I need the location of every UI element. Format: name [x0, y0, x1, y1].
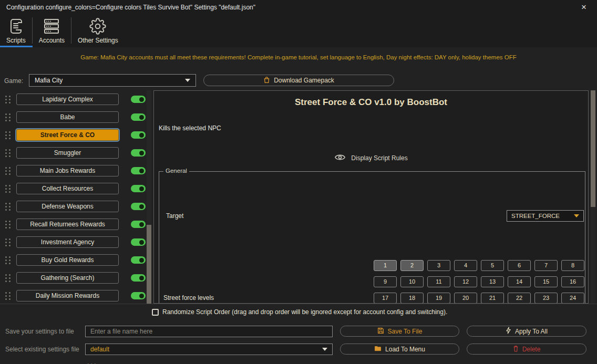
bag-icon	[263, 76, 270, 85]
level-button-1[interactable]: 1	[374, 260, 397, 271]
script-item-buy-gold-rewards[interactable]: Buy Gold Rewards	[16, 254, 119, 266]
script-enabled-toggle[interactable]	[131, 221, 146, 228]
target-select-value: STREET_FORCE	[511, 213, 560, 219]
script-enabled-toggle[interactable]	[131, 185, 146, 192]
tab-bar: Scripts Accounts Other Settings	[0, 15, 597, 47]
drag-handle-icon[interactable]	[4, 238, 11, 247]
script-description: Kills the selected NPC	[159, 124, 221, 132]
level-button-14[interactable]: 14	[508, 276, 531, 287]
level-button-12[interactable]: 12	[454, 276, 477, 287]
script-enabled-toggle[interactable]	[131, 113, 146, 121]
level-button-16[interactable]: 16	[561, 276, 584, 287]
script-row: Main Jobs Rewards	[0, 162, 152, 180]
drag-handle-icon[interactable]	[4, 113, 11, 122]
script-item-babe[interactable]: Babe	[16, 111, 119, 123]
target-select[interactable]: STREET_FORCE	[507, 210, 584, 222]
level-button-4[interactable]: 4	[454, 260, 477, 271]
level-button-22[interactable]: 22	[508, 293, 531, 304]
level-button-8[interactable]: 8	[561, 260, 584, 271]
script-enabled-toggle[interactable]	[131, 131, 146, 139]
chevron-down-icon	[574, 214, 579, 217]
level-button-13[interactable]: 13	[481, 276, 504, 287]
tab-scripts[interactable]: Scripts	[0, 15, 32, 47]
drag-handle-icon[interactable]	[4, 256, 11, 265]
script-row: Buy Gold Rewards	[0, 251, 152, 269]
sidebar-scrollbar[interactable]	[147, 90, 151, 304]
script-item-lapidary-complex[interactable]: Lapidary Complex	[16, 93, 119, 105]
script-enabled-toggle[interactable]	[131, 292, 146, 299]
game-select[interactable]: Mafia City	[29, 74, 196, 87]
tab-accounts-label: Accounts	[39, 37, 65, 44]
drag-handle-icon[interactable]	[4, 220, 11, 229]
file-name-input[interactable]	[85, 326, 333, 337]
save-to-file-button[interactable]: Save To File	[340, 326, 459, 337]
drag-handle-icon[interactable]	[4, 131, 11, 140]
script-item-street-force-co[interactable]: Street Force & CO	[16, 129, 119, 141]
delete-button[interactable]: Delete	[467, 344, 586, 355]
level-button-11[interactable]: 11	[427, 276, 450, 287]
script-item-main-jobs-rewards[interactable]: Main Jobs Rewards	[16, 165, 119, 176]
street-force-levels-label: Street force levels	[163, 294, 214, 301]
level-button-15[interactable]: 15	[534, 276, 558, 287]
drag-handle-icon[interactable]	[4, 202, 11, 211]
apply-to-all-button[interactable]: Apply To All	[467, 326, 586, 337]
sidebar-scrollbar-thumb[interactable]	[147, 225, 151, 304]
settings-file-select[interactable]: default	[85, 344, 333, 355]
levels-grid: 123456789101112131415161718192021222324	[374, 260, 584, 304]
download-gamepack-button[interactable]: Download Gamepack	[203, 75, 394, 86]
level-button-20[interactable]: 20	[454, 293, 477, 304]
script-title: Street Force & CO v1.0 by BoostBot	[154, 97, 588, 108]
script-settings-panel: Street Force & CO v1.0 by BoostBot Kills…	[153, 90, 589, 304]
script-enabled-toggle[interactable]	[131, 167, 146, 174]
level-button-18[interactable]: 18	[400, 293, 424, 304]
settings-file-value: default	[90, 346, 109, 353]
level-button-23[interactable]: 23	[534, 293, 558, 304]
level-button-7[interactable]: 7	[534, 260, 558, 271]
level-button-24[interactable]: 24	[561, 293, 584, 304]
randomize-checkbox[interactable]	[152, 309, 159, 316]
script-row: Babe	[0, 108, 152, 126]
drag-handle-icon[interactable]	[4, 292, 11, 300]
drag-handle-icon[interactable]	[4, 184, 11, 193]
level-button-5[interactable]: 5	[481, 260, 504, 271]
script-item-recall-returnees-rewards[interactable]: Recall Returnees Rewards	[16, 219, 119, 230]
script-enabled-toggle[interactable]	[131, 149, 146, 157]
level-button-3[interactable]: 3	[427, 260, 450, 271]
level-button-10[interactable]: 10	[400, 276, 424, 287]
level-button-6[interactable]: 6	[508, 260, 531, 271]
level-button-2[interactable]: 2	[400, 260, 424, 271]
display-script-rules-button[interactable]: Display Script Rules	[154, 153, 588, 163]
script-enabled-toggle[interactable]	[131, 96, 146, 103]
drag-handle-icon[interactable]	[4, 274, 11, 283]
level-button-19[interactable]: 19	[427, 293, 450, 304]
panel-scrollbar[interactable]	[591, 90, 595, 304]
level-button-21[interactable]: 21	[481, 293, 504, 304]
script-item-investment-agency[interactable]: Investment Agency	[16, 236, 119, 248]
script-enabled-toggle[interactable]	[131, 274, 146, 282]
drag-handle-icon[interactable]	[4, 149, 11, 158]
load-to-menu-button[interactable]: Load To Menu	[340, 344, 459, 355]
script-item-gathering-search[interactable]: Gathering (Search)	[16, 272, 119, 284]
script-item-collect-resources[interactable]: Collect Resources	[16, 183, 119, 194]
drag-handle-icon[interactable]	[4, 167, 11, 175]
lightning-icon	[506, 327, 511, 336]
script-enabled-toggle[interactable]	[131, 238, 146, 246]
accounts-icon	[42, 17, 61, 36]
tab-other-settings[interactable]: Other Settings	[71, 15, 125, 47]
folder-icon	[374, 345, 382, 353]
script-item-daily-mission-rewards[interactable]: Daily Mission Rewards	[16, 290, 119, 301]
script-enabled-toggle[interactable]	[131, 256, 146, 264]
drag-handle-icon[interactable]	[4, 95, 11, 104]
script-item-smuggler[interactable]: Smuggler	[16, 147, 119, 159]
script-row: Smuggler	[0, 144, 152, 162]
close-icon[interactable]: ×	[578, 2, 590, 13]
load-to-menu-label: Load To Menu	[385, 346, 425, 353]
script-row: Gathering (Search)	[0, 269, 152, 287]
script-item-defense-weapons[interactable]: Defense Weapons	[16, 201, 119, 212]
level-button-17[interactable]: 17	[374, 293, 397, 304]
panel-scrollbar-thumb[interactable]	[591, 90, 595, 207]
level-button-9[interactable]: 9	[374, 276, 397, 287]
script-enabled-toggle[interactable]	[131, 203, 146, 210]
tab-accounts[interactable]: Accounts	[33, 15, 71, 47]
cutoff-drag-handle-dots: •••	[87, 361, 98, 364]
